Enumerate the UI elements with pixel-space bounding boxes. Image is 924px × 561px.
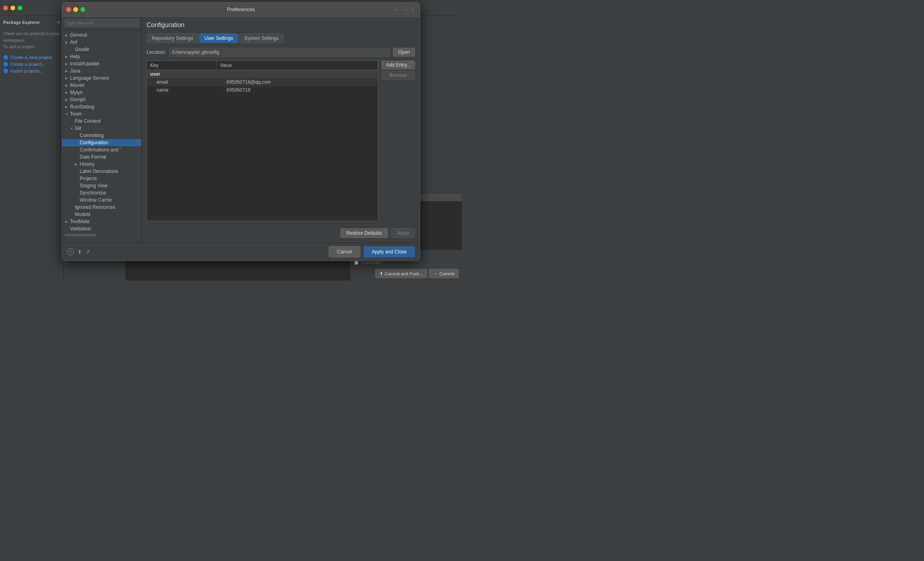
maximize-traffic-light[interactable] bbox=[18, 6, 22, 10]
tree-item-run-debug[interactable]: ▶ Run/Debug bbox=[62, 103, 141, 110]
prefs-close-btn[interactable] bbox=[66, 7, 71, 12]
tree-item-mylyn[interactable]: ▶ Mylyn bbox=[62, 89, 141, 96]
tree-item-git[interactable]: ▼ Git bbox=[62, 125, 141, 132]
key-name: name bbox=[147, 86, 217, 94]
tree-item-ant[interactable]: ▶ Ant bbox=[62, 39, 141, 46]
commit-push-icon: ⬆ bbox=[380, 271, 383, 276]
tree-item-confirmations[interactable]: Confirmations and ' bbox=[62, 146, 141, 153]
tree-arrow-general: ▶ bbox=[65, 33, 70, 37]
footer-right-buttons: Cancel Apply and Close bbox=[329, 246, 415, 257]
prefs-search-area bbox=[62, 17, 141, 30]
traffic-lights bbox=[3, 6, 22, 10]
location-row: Location: /Users/apple/.gitconfig Open bbox=[147, 48, 415, 57]
tree-item-projects[interactable]: Projects bbox=[62, 175, 141, 182]
tab-system-settings[interactable]: System Settings bbox=[239, 33, 284, 43]
tree-item-oomph[interactable]: ▶ Oomph bbox=[62, 96, 141, 103]
tree-item-date-format[interactable]: Date Format bbox=[62, 153, 141, 161]
tab-repo-settings[interactable]: Repository Settings bbox=[147, 33, 198, 43]
config-area: Key Value user email bbox=[147, 61, 415, 221]
group-key-user: user bbox=[147, 70, 217, 78]
empty-workspace-message: There are no projects in your workspace.… bbox=[0, 27, 63, 53]
export-icon2[interactable]: ↗ bbox=[85, 249, 90, 255]
table-row-group-user[interactable]: user bbox=[147, 70, 378, 78]
tree-item-team[interactable]: ▼ Team bbox=[62, 110, 141, 118]
prefs-titlebar: Preferences ← → ⋮ bbox=[62, 2, 420, 17]
restore-defaults-button[interactable]: Restore Defaults bbox=[341, 228, 388, 238]
tree-item-history[interactable]: ▶ History bbox=[62, 161, 141, 168]
tab-user-settings[interactable]: User Settings bbox=[199, 33, 238, 43]
key-email: email bbox=[147, 78, 217, 86]
tree-item-textmate[interactable]: ▶ TextMate bbox=[62, 218, 141, 225]
panel-close-icon[interactable]: ✕ bbox=[57, 20, 60, 25]
tree-item-ignored-resources[interactable]: Ignored Resources bbox=[62, 204, 141, 211]
import-projects-link[interactable]: 🔵 Import projects... bbox=[3, 69, 60, 74]
tree-item-models[interactable]: Models bbox=[62, 211, 141, 218]
apply-button[interactable]: Apply bbox=[391, 228, 415, 238]
tree-item-java[interactable]: ▶ Java bbox=[62, 67, 141, 75]
tree-item-validation[interactable]: Validation bbox=[62, 225, 141, 232]
tree-arrow-maven: ▶ bbox=[65, 84, 70, 87]
prefs-maximize-btn[interactable] bbox=[80, 7, 85, 12]
tab-bar: Repository Settings User Settings System… bbox=[147, 33, 415, 43]
project-icon: 🔵 bbox=[3, 62, 9, 67]
export-icon1[interactable]: ⬆ bbox=[77, 249, 82, 255]
open-button[interactable]: Open bbox=[393, 48, 415, 57]
nav-forward-icon[interactable]: → bbox=[402, 6, 408, 13]
commit-icon: → bbox=[433, 271, 438, 276]
add-entry-button[interactable]: Add Entry... bbox=[382, 61, 415, 69]
location-label: Location: bbox=[147, 49, 166, 55]
prefs-tree-list: ▶ General ▶ Ant Gradle ▶ Help bbox=[62, 30, 141, 243]
prefs-tree: ▶ General ▶ Ant Gradle ▶ Help bbox=[62, 17, 142, 243]
tree-item-gradle[interactable]: Gradle bbox=[62, 46, 141, 53]
tree-item-maven[interactable]: ▶ Maven bbox=[62, 82, 141, 89]
prefs-search-input[interactable] bbox=[65, 19, 139, 27]
tree-arrow-history: ▶ bbox=[75, 163, 80, 166]
panel-title: Package Explorer bbox=[3, 20, 40, 25]
prefs-dialog-title: Preferences bbox=[227, 6, 255, 12]
val-name: 695950719 bbox=[217, 86, 378, 94]
tree-item-label-decorations[interactable]: Label Decorations bbox=[62, 168, 141, 175]
tree-arrow-help: ▶ bbox=[65, 55, 70, 59]
tree-item-synchronize[interactable]: Synchronize bbox=[62, 189, 141, 196]
commit-button[interactable]: → Commit bbox=[429, 269, 459, 278]
close-traffic-light[interactable] bbox=[3, 6, 8, 10]
config-table-container: Key Value user email bbox=[147, 61, 378, 221]
col-value: Value bbox=[217, 61, 378, 70]
tree-item-language-servers[interactable]: ▶ Language Servers bbox=[62, 75, 141, 82]
prefs-minimize-btn[interactable] bbox=[73, 7, 78, 12]
content-action-row: Restore Defaults Apply bbox=[147, 228, 415, 238]
table-row-email[interactable]: email 695950718@qq.com bbox=[147, 78, 378, 86]
tree-arrow-mylyn: ▶ bbox=[65, 91, 70, 94]
create-java-project-link[interactable]: 🔵 Create a Java project bbox=[3, 55, 60, 60]
cancel-button[interactable]: Cancel bbox=[329, 246, 360, 257]
tree-item-install-update[interactable]: ▶ Install/Update bbox=[62, 60, 141, 67]
commit-and-push-button[interactable]: ⬆ Commit and Push... bbox=[375, 269, 428, 278]
tree-arrow-git: ▼ bbox=[70, 127, 75, 130]
import-icon: 🔵 bbox=[3, 69, 9, 74]
create-project-link[interactable]: 🔵 Create a project... bbox=[3, 62, 60, 67]
prefs-footer: ? ⬆ ↗ Cancel Apply and Close bbox=[62, 243, 420, 261]
help-icon[interactable]: ? bbox=[67, 248, 74, 255]
table-buttons: Add Entry... Remove bbox=[382, 61, 415, 221]
prefs-menu-icon[interactable]: ⋮ bbox=[410, 6, 416, 13]
prefs-content-area: Configuration Repository Settings User S… bbox=[142, 17, 420, 243]
tree-scrollbar[interactable] bbox=[65, 234, 96, 236]
minimize-traffic-light[interactable] bbox=[10, 6, 15, 10]
tree-item-configuration[interactable]: Configuration bbox=[62, 139, 141, 146]
tree-item-file-content[interactable]: File Content bbox=[62, 118, 141, 125]
tree-item-staging-view[interactable]: Staging View bbox=[62, 182, 141, 189]
tree-item-help[interactable]: ▶ Help bbox=[62, 53, 141, 60]
tree-item-window-cache[interactable]: Window Cache bbox=[62, 196, 141, 204]
location-value: /Users/apple/.gitconfig bbox=[169, 48, 390, 57]
tree-arrow-team: ▼ bbox=[65, 112, 70, 116]
apply-and-close-button[interactable]: Apply and Close bbox=[364, 246, 415, 257]
table-row-name[interactable]: name 695950719 bbox=[147, 86, 378, 94]
config-table: Key Value user email bbox=[147, 61, 378, 94]
remove-button[interactable]: Remove bbox=[382, 71, 415, 80]
preferences-dialog: Preferences ← → ⋮ ▶ General bbox=[62, 2, 420, 261]
nav-back-icon[interactable]: ← bbox=[394, 6, 400, 13]
tree-item-general[interactable]: ▶ General bbox=[62, 31, 141, 39]
tree-arrow-textmate: ▶ bbox=[65, 220, 70, 224]
tree-item-committing[interactable]: Committing bbox=[62, 132, 141, 139]
tree-arrow-install: ▶ bbox=[65, 62, 70, 66]
